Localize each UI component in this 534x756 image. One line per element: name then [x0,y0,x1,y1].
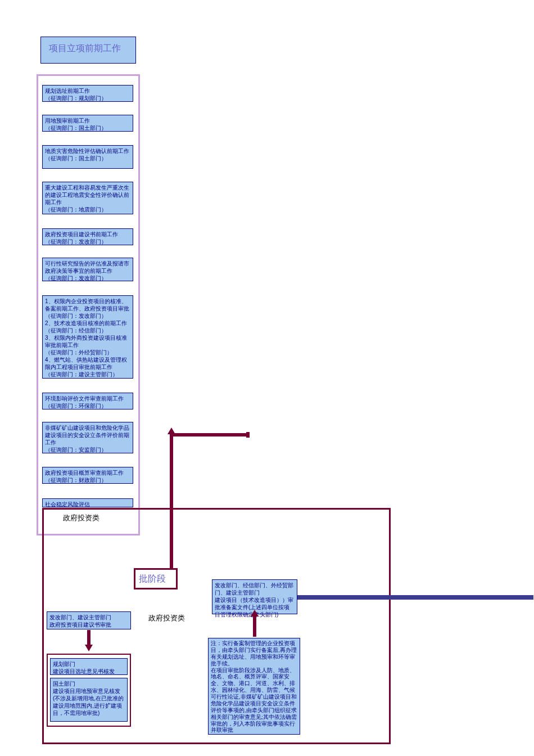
stage-left-sub1: 规划部门 建设项目选址意见书核发 [50,658,128,675]
stage-right-note: 注：实行备案制管理的企业投资项目，由牵头部门实行备案后,再办理有关规划选址、用地… [208,638,300,735]
title-text: 项目立项前期工作 [49,43,121,53]
arrow-right-up-head [251,610,259,616]
prelim-box-10: 政府投资项目概算审查前期工作 （征询部门：财政部门） [42,467,133,484]
label-gov-invest-left: 政府投资类 [148,613,185,623]
connector-arrowhead-up [168,428,175,434]
stage-label-text: 批阶段 [139,574,166,583]
prelim-box-4: 重大建设工程和容易发生严重次生的建设工程地震安全性评价确认前期工作 （征询部门：… [42,182,133,214]
connector-vertical [170,433,173,568]
stage-left-top: 发改部门、建设主管部门 政府投资项目建议书审批 [47,611,131,629]
arrow-left-down-head [85,645,93,651]
title-box: 项目立项前期工作 [40,37,136,64]
arrow-right-up-stem [253,615,256,637]
stage-label-box: 批阶段 [134,568,178,590]
prelim-box-8: 环境影响评价文件审查前期工作 （征询部门：环保部门） [42,393,133,410]
prelim-box-2: 用地预审前期工作 （征询部门：国土部门） [42,115,133,132]
prelim-box-3: 地质灾害危险性评估确认前期工作 （征询部门：国土部门） [42,145,133,169]
label-gov-invest-top: 政府投资类 [63,513,99,523]
prelim-box-7: 1、权限内企业投资项目的核准、备案前期工作、政府投资项目审批 （征询部门：发改部… [42,295,133,379]
dark-bar [297,595,533,600]
connector-end [246,432,250,438]
prelim-box-5: 政府投资项目建设书前期工作 （征询部门：发改部门） [42,228,133,245]
connector-horizontal [170,433,247,436]
stage-right-top: 发改部门、经信部门、外经贸部门、建设主管部门 建设项目（技术改造项目））审批准备… [212,579,297,614]
prelim-box-1: 规划选址前期工作 （征询部门：规划部门） [42,85,133,102]
prelim-box-11: 社会稳定风险评估 [42,498,133,507]
arrow-left-down-stem [87,630,90,646]
stage-left-sub2: 国土部门 建设项目用地预审意见核发(不涉及新增用地,在已批准的建设用地范围内,进… [50,678,128,722]
prelim-box-9: 非煤矿矿山建设项目和危险化学品建设项目的安全设立条件评价前期工作 （征询部门：安… [42,422,133,453]
prelim-box-6: 可行性研究报告的评估准及报请市政府决策等事宜的前期工作 （征询部门：发改部门） [42,258,133,281]
